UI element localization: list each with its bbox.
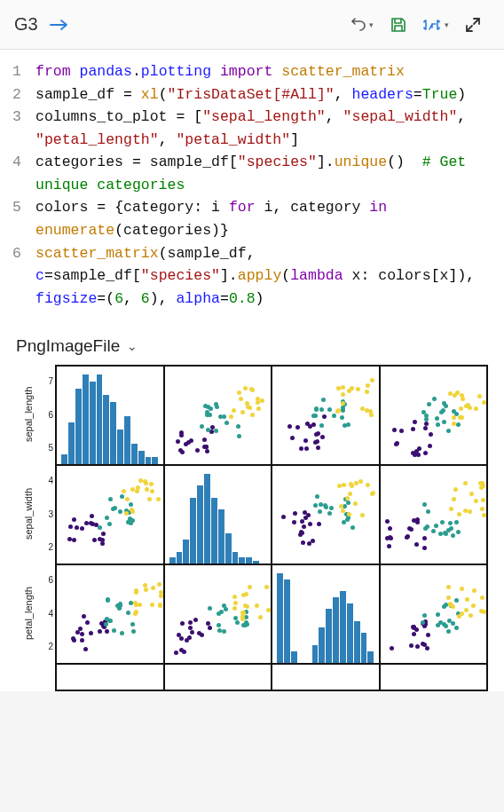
output-header[interactable]: PngImageFile ⌄ <box>0 326 504 361</box>
matrix-cell <box>56 664 164 690</box>
chevron-down-icon: ⌄ <box>127 339 138 353</box>
axis-label: sepal_width <box>16 464 41 564</box>
scatter-matrix-plot: sepal_lengthsepal_widthpetal_length 7654… <box>0 361 504 691</box>
matrix-cell <box>380 465 488 564</box>
matrix-cell <box>164 664 272 690</box>
code-line[interactable]: 1from pandas.plotting import scatter_mat… <box>7 60 497 83</box>
output-type-label: PngImageFile <box>16 336 120 356</box>
matrix-cell <box>164 465 272 564</box>
chevron-down-icon: ▾ <box>445 20 449 29</box>
line-number: 5 <box>7 196 35 241</box>
save-button[interactable] <box>382 8 415 42</box>
axis-label: sepal_length <box>16 365 41 464</box>
undo-button[interactable]: ▾ <box>344 8 378 42</box>
matrix-cell <box>272 366 380 465</box>
code-editor[interactable]: 1from pandas.plotting import scatter_mat… <box>0 50 504 326</box>
axis-ticks: 432 <box>41 464 55 564</box>
line-number: 1 <box>7 60 35 83</box>
matrix-cell <box>164 366 272 465</box>
code-line[interactable]: 5colors = {category: i for i, category i… <box>7 196 497 241</box>
line-number: 6 <box>7 242 35 311</box>
matrix-cell <box>272 664 380 690</box>
line-number: 2 <box>7 83 35 106</box>
expand-button[interactable] <box>456 8 490 42</box>
code-line[interactable]: 2sample_df = xl("IrisDataSet[#All]", hea… <box>7 83 497 106</box>
matrix-cell <box>56 366 164 465</box>
code-line[interactable]: 3columns_to_plot = ["sepal_length", "sep… <box>7 106 497 151</box>
matrix-cell <box>380 366 488 465</box>
axis-ticks: 642 <box>41 564 55 663</box>
matrix-cell <box>380 564 488 664</box>
line-number: 4 <box>7 151 35 196</box>
formula-bar: G3 ▾ ▾ <box>0 0 504 50</box>
arrow-right-icon[interactable] <box>49 17 70 33</box>
axis-label: petal_length <box>16 564 41 663</box>
code-line[interactable]: 6scatter_matrix(sample_df, c=sample_df["… <box>7 242 497 311</box>
axis-ticks: 765 <box>41 365 55 464</box>
matrix-cell <box>380 664 488 690</box>
matrix-cell <box>272 465 380 564</box>
matrix-cell <box>56 465 164 564</box>
cell-reference: G3 <box>14 14 38 35</box>
insert-ref-button[interactable]: ▾ <box>419 8 453 42</box>
line-number: 3 <box>7 106 35 151</box>
matrix-cell <box>56 564 164 664</box>
matrix-cell <box>164 564 272 664</box>
code-line[interactable]: 4categories = sample_df["species"].uniqu… <box>7 151 497 196</box>
chevron-down-icon: ▾ <box>369 20 374 29</box>
matrix-cell <box>272 564 380 664</box>
